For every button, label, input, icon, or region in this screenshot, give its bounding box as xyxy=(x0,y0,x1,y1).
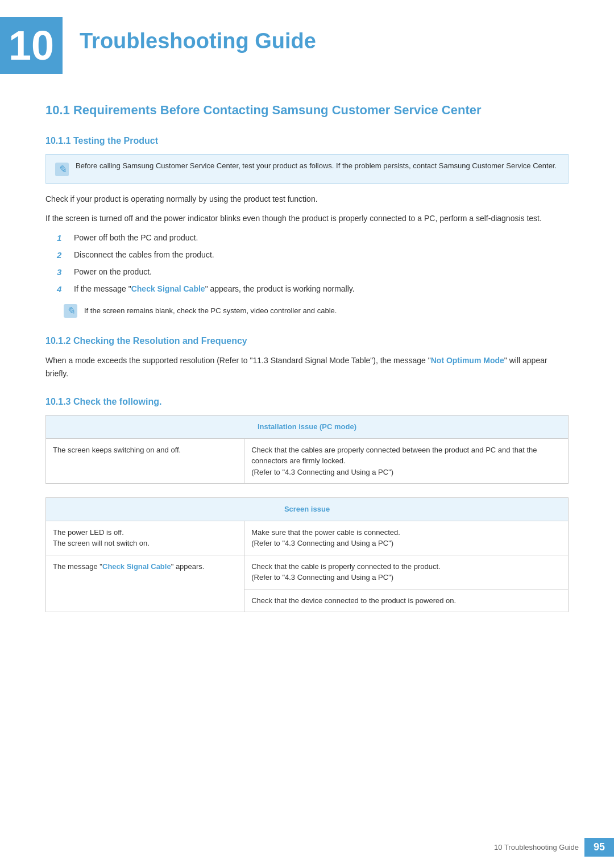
problem-cell-3: The message "Check Signal Cable" appears… xyxy=(46,555,244,612)
problem-cell-2: The power LED is off.The screen will not… xyxy=(46,521,244,555)
solution-cell-1: Check that the cables are properly conne… xyxy=(244,438,569,484)
step-num-2: 2 xyxy=(57,248,69,262)
step-num-3: 3 xyxy=(57,265,69,279)
table-row: The power LED is off.The screen will not… xyxy=(46,521,569,555)
body-text-resolution: When a mode exceeds the supported resolu… xyxy=(45,354,569,380)
step-text-4: If the message "Check Signal Cable" appe… xyxy=(74,283,355,295)
section-10-1-title: 10.1 Requirements Before Contacting Sams… xyxy=(45,102,569,119)
list-item: 2 Disconnect the cables from the product… xyxy=(57,248,569,262)
step-num-1: 1 xyxy=(57,231,69,245)
body-text-1: Check if your product is operating norma… xyxy=(45,193,569,205)
step-text-1: Power off both the PC and product. xyxy=(74,231,198,244)
table-header-installation-text: Installation issue (PC mode) xyxy=(46,416,569,439)
note-text-1: Before calling Samsung Customer Service … xyxy=(76,160,557,172)
body-text-2: If the screen is turned off and the powe… xyxy=(45,212,569,225)
main-content: 10.1 Requirements Before Contacting Sams… xyxy=(0,91,614,660)
list-item: 1 Power off both the PC and product. xyxy=(57,231,569,245)
table-row: The screen keeps switching on and off. C… xyxy=(46,438,569,484)
sub-note-icon: ✎ xyxy=(63,303,78,319)
chapter-title: Troubleshooting Guide xyxy=(80,28,316,55)
svg-text:✎: ✎ xyxy=(67,305,75,317)
sub-note-1: ✎ If the screen remains blank, check the… xyxy=(63,303,569,319)
subsection-10-1-1-title: 10.1.1 Testing the Product xyxy=(45,136,569,146)
note-icon-1: ✎ xyxy=(54,161,70,177)
table-header-installation: Installation issue (PC mode) xyxy=(46,416,569,439)
step-num-4: 4 xyxy=(57,283,69,296)
table-row: The message "Check Signal Cable" appears… xyxy=(46,555,569,589)
note-box-1: ✎ Before calling Samsung Customer Servic… xyxy=(45,154,569,184)
solution-cell-3a: Check that the cable is properly connect… xyxy=(244,555,569,589)
solution-cell-3b: Check that the device connected to the p… xyxy=(244,589,569,612)
page-footer: 10 Troubleshooting Guide 95 xyxy=(494,838,614,857)
table-header-screen: Screen issue xyxy=(46,498,569,521)
screen-issue-table: Screen issue The power LED is off.The sc… xyxy=(45,497,569,612)
problem-cell-1: The screen keeps switching on and off. xyxy=(46,438,244,484)
footer-page-number: 95 xyxy=(584,838,614,857)
highlight-check-signal-cable-2: Check Signal Cable xyxy=(102,562,171,571)
footer-text: 10 Troubleshooting Guide xyxy=(494,843,584,852)
resolution-text-1: When a mode exceeds the supported resolu… xyxy=(45,356,431,365)
table-header-screen-text: Screen issue xyxy=(46,498,569,521)
list-item: 4 If the message "Check Signal Cable" ap… xyxy=(57,283,569,296)
step-text-3: Power on the product. xyxy=(74,265,152,278)
solution-cell-2: Make sure that the power cable is connec… xyxy=(244,521,569,555)
chapter-number: 10 xyxy=(9,25,54,66)
installation-issue-table: Installation issue (PC mode) The screen … xyxy=(45,415,569,484)
list-item: 3 Power on the product. xyxy=(57,265,569,279)
svg-text:✎: ✎ xyxy=(58,164,67,175)
step-text-2: Disconnect the cables from the product. xyxy=(74,248,214,261)
highlight-not-optimum-mode: Not Optimum Mode xyxy=(431,356,504,365)
steps-list: 1 Power off both the PC and product. 2 D… xyxy=(57,231,569,296)
page-header: 10 Troubleshooting Guide xyxy=(0,0,614,85)
sub-note-text-1: If the screen remains blank, check the P… xyxy=(84,303,337,317)
subsection-10-1-3-title: 10.1.3 Check the following. xyxy=(45,397,569,407)
highlight-check-signal-cable: Check Signal Cable xyxy=(131,284,205,293)
chapter-block: 10 xyxy=(0,17,63,74)
subsection-10-1-2-title: 10.1.2 Checking the Resolution and Frequ… xyxy=(45,336,569,346)
